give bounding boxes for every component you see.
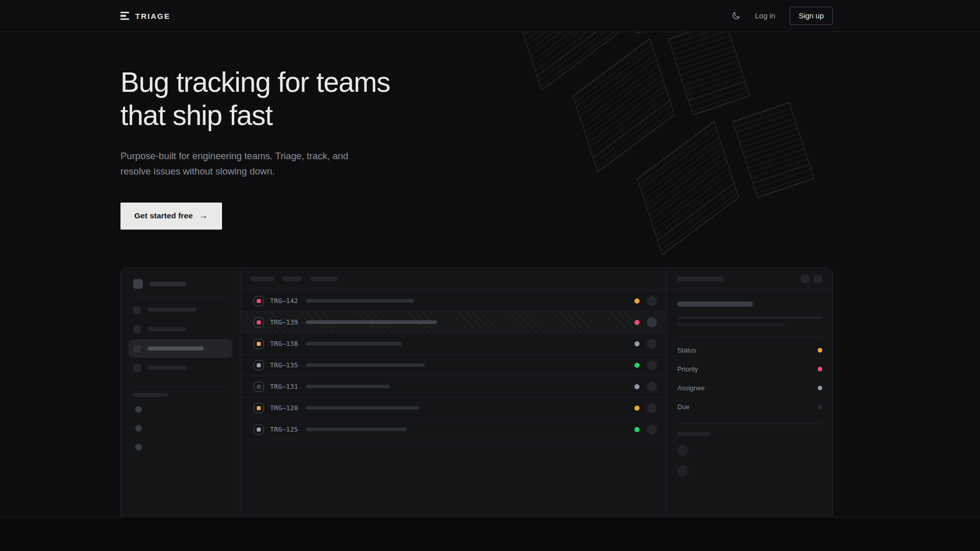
divider: [677, 337, 822, 337]
hero-title-line2: that ship fast: [120, 99, 273, 131]
issue-title-skeleton: [306, 385, 389, 388]
arrow-right-icon: →: [200, 211, 208, 221]
dot-skeleton: [135, 444, 142, 450]
status-dot: [634, 320, 640, 325]
nav-item-icon-skeleton: [133, 345, 141, 353]
assignee-avatar: [647, 360, 657, 370]
status-dot: [634, 341, 640, 346]
filter-skeleton: [310, 277, 338, 281]
field-value-dot: [818, 367, 822, 371]
avatar-skeleton: [677, 445, 689, 456]
detail-field: Priority: [677, 360, 822, 379]
field-label: Status: [677, 346, 696, 354]
description-line-skeleton: [677, 316, 822, 319]
hero-subtitle-line1: Purpose-built for engineering teams. Tri…: [120, 151, 348, 161]
field-label: Priority: [677, 365, 698, 373]
login-link[interactable]: Log in: [755, 12, 775, 20]
dot-skeleton: [135, 406, 142, 413]
issue-type-icon: [254, 424, 264, 435]
detail-actions-skeleton: [801, 274, 822, 283]
issue-type-icon: [254, 382, 264, 392]
nav-item-label-skeleton: [148, 327, 186, 331]
navbar: TRIAGE Log in Sign up: [0, 0, 980, 32]
issue-title-skeleton: [677, 302, 753, 307]
status-dot: [634, 427, 640, 432]
status-dot: [634, 363, 640, 368]
divider: [132, 297, 229, 297]
app-mockup: TRG–142 TRG–139 TRG–138 TR: [120, 267, 833, 545]
hero-subtitle: Purpose-built for engineering teams. Tri…: [120, 148, 833, 179]
field-value-dot: [818, 386, 822, 390]
moon-icon: [731, 11, 741, 20]
get-started-button[interactable]: Get started free →: [120, 203, 222, 230]
nav-item-icon-skeleton: [133, 306, 141, 314]
issue-title-skeleton: [306, 363, 425, 367]
field-label: Assignee: [677, 384, 704, 392]
filter-skeleton: [251, 277, 275, 281]
field-value-dot: [818, 348, 822, 353]
issue-type-icon: [254, 403, 264, 413]
filter-skeleton: [283, 277, 302, 281]
brand[interactable]: TRIAGE: [120, 12, 170, 20]
mockup-sidebar: [121, 268, 240, 545]
issue-type-icon: [254, 296, 264, 306]
triage-logo-icon: [120, 12, 129, 20]
theme-toggle-button[interactable]: [731, 11, 741, 20]
activity-avatars: [677, 445, 822, 477]
status-dot: [634, 298, 640, 304]
issue-id: TRG–139: [270, 318, 300, 326]
issue-row: TRG–135: [240, 355, 666, 376]
issue-type-icon: [254, 360, 264, 370]
detail-field: Assignee: [677, 379, 822, 397]
issue-title-skeleton: [306, 299, 414, 303]
mockup-nav-item: [129, 359, 232, 377]
issue-row: TRG–131: [240, 376, 666, 397]
mockup-sidebar-dots: [133, 406, 228, 450]
footer: [0, 517, 980, 551]
issue-id: TRG–135: [270, 361, 300, 369]
detail-field: Status: [677, 341, 822, 360]
avatar-skeleton: [677, 465, 689, 477]
get-started-label: Get started free: [134, 211, 193, 220]
brand-name: TRIAGE: [135, 12, 170, 20]
issue-row: TRG–142: [240, 290, 666, 312]
issue-id: TRG–128: [270, 404, 300, 412]
hero-title: Bug tracking for teams that ship fast: [120, 66, 833, 132]
action-button-skeleton: [801, 274, 810, 283]
issue-id: TRG–125: [270, 425, 300, 433]
assignee-avatar: [647, 382, 657, 392]
mockup-nav-item: [129, 300, 232, 319]
signup-button[interactable]: Sign up: [790, 7, 833, 25]
issue-id: TRG–142: [270, 297, 300, 305]
assignee-avatar: [647, 424, 657, 435]
nav-item-icon-skeleton: [133, 325, 141, 333]
mockup-nav-item-active: [129, 339, 232, 358]
nav-item-label-skeleton: [148, 308, 197, 312]
issue-title-skeleton: [306, 320, 437, 324]
hero-subtitle-line2: resolve issues without slowing down.: [120, 166, 275, 177]
assignee-avatar: [647, 339, 657, 349]
workspace-name-skeleton: [150, 282, 186, 286]
issue-row: TRG–138: [240, 333, 666, 355]
assignee-avatar: [647, 317, 657, 328]
hero-title-line1: Bug tracking for teams: [120, 66, 390, 98]
mockup-issue-list: TRG–142 TRG–139 TRG–138 TR: [240, 268, 667, 545]
issue-row: TRG–125: [240, 419, 666, 440]
issue-id: TRG–138: [270, 340, 300, 347]
status-dot: [634, 406, 640, 411]
detail-title-skeleton: [677, 277, 724, 281]
field-label: Due: [677, 403, 690, 411]
issue-type-icon: [254, 317, 264, 328]
nav-item-icon-skeleton: [133, 364, 141, 372]
issue-type-icon: [254, 339, 264, 349]
issue-row: TRG–128: [240, 397, 666, 419]
mockup-nav-item: [129, 320, 232, 338]
description-line-skeleton: [677, 323, 785, 326]
status-dot: [634, 384, 640, 389]
workspace-avatar-skeleton: [133, 279, 143, 289]
issue-title-skeleton: [306, 406, 419, 410]
hero-section: Bug tracking for teams that ship fast Pu…: [120, 32, 833, 230]
divider: [132, 386, 229, 387]
mockup-workspace-row: [133, 279, 228, 289]
assignee-avatar: [647, 403, 657, 413]
